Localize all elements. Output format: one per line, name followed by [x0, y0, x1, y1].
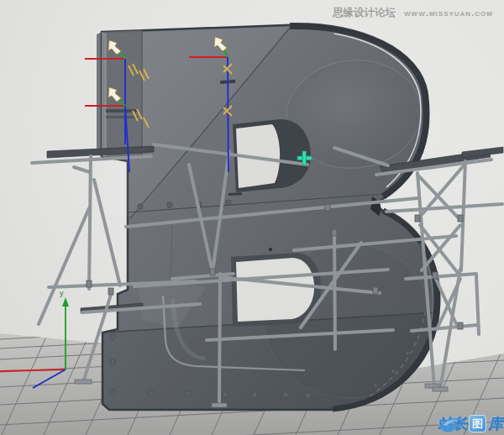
viewport-scene: y — [0, 0, 504, 435]
logo-char: 库 — [488, 416, 502, 432]
watermark: 思缘设计论坛 www.missyuan.com — [333, 6, 493, 20]
site-logo: 站 长 图 库 — [438, 415, 502, 432]
logo-swoosh-icon — [438, 415, 466, 435]
watermark-site-name: 思缘设计论坛 — [333, 6, 396, 20]
y-axis-label: y — [60, 289, 64, 297]
gizmo-z-axis[interactable] — [228, 57, 228, 172]
logo-badge-icon: 图 — [469, 415, 486, 432]
letter-b-model[interactable] — [97, 25, 439, 410]
viewport[interactable]: y — [0, 0, 504, 435]
watermark-site-url: www.missyuan.com — [404, 8, 493, 18]
